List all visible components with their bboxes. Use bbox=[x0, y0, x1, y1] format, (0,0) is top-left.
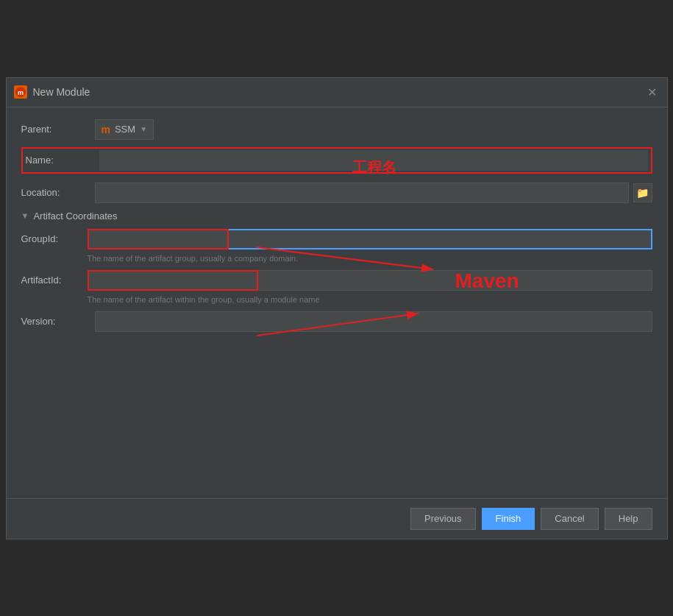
groupid-right-area bbox=[229, 229, 652, 249]
title-bar-left: m New Module bbox=[14, 85, 90, 99]
finish-button[interactable]: Finish bbox=[482, 508, 535, 530]
section-arrow-icon: ▼ bbox=[21, 211, 29, 220]
cancel-button[interactable]: Cancel bbox=[541, 508, 598, 530]
maven-icon: m bbox=[102, 124, 110, 135]
previous-button[interactable]: Previous bbox=[410, 508, 476, 530]
location-input[interactable] bbox=[95, 183, 629, 203]
new-module-dialog: m New Module ✕ Parent: m SSM ▼ Name: 工程名… bbox=[6, 77, 668, 539]
artifact-section-header[interactable]: ▼ Artifact Coordinates bbox=[21, 210, 652, 222]
help-button[interactable]: Help bbox=[605, 508, 652, 530]
content-spacer bbox=[21, 339, 652, 486]
groupid-input-wrap bbox=[88, 229, 652, 249]
groupid-label: GroupId: bbox=[21, 233, 88, 244]
artifactid-row: ArtifactId: bbox=[21, 270, 652, 291]
version-row: Version: bbox=[21, 311, 652, 332]
close-button[interactable]: ✕ bbox=[645, 85, 660, 99]
artifact-section-title: Artifact Coordinates bbox=[33, 210, 117, 222]
parent-dropdown[interactable]: m SSM ▼ bbox=[95, 119, 154, 140]
svg-text:m: m bbox=[18, 89, 24, 96]
parent-row: Parent: m SSM ▼ bbox=[21, 119, 652, 140]
maven-annotation: Maven bbox=[455, 269, 519, 293]
title-bar: m New Module ✕ bbox=[7, 78, 667, 107]
groupid-hint: The name of the artifact group, usually … bbox=[88, 254, 652, 263]
artifactid-label: ArtifactId: bbox=[21, 275, 88, 286]
groupid-row: GroupId: bbox=[21, 229, 652, 249]
artifactid-input[interactable] bbox=[92, 270, 254, 291]
name-label: Name: bbox=[26, 155, 99, 166]
parent-label: Parent: bbox=[21, 124, 95, 135]
dialog-footer: Previous Finish Cancel Help bbox=[7, 498, 667, 539]
parent-value: SSM bbox=[115, 124, 135, 135]
version-label: Version: bbox=[21, 316, 95, 327]
location-label: Location: bbox=[21, 187, 95, 198]
dialog-body: Parent: m SSM ▼ Name: 工程名 Location: 📁 ▼ … bbox=[7, 107, 667, 498]
artifactid-hint: The name of the artifact within the grou… bbox=[88, 295, 652, 304]
gongchengming-annotation: 工程名 bbox=[352, 157, 396, 177]
folder-browse-button[interactable]: 📁 bbox=[633, 183, 652, 202]
app-icon: m bbox=[14, 85, 27, 99]
dialog-title: New Module bbox=[33, 86, 90, 98]
dropdown-arrow-icon: ▼ bbox=[140, 125, 147, 133]
name-row: Name: bbox=[21, 147, 652, 174]
version-input[interactable] bbox=[95, 311, 652, 332]
location-row: Location: 📁 bbox=[21, 183, 652, 203]
groupid-input[interactable] bbox=[92, 229, 224, 249]
